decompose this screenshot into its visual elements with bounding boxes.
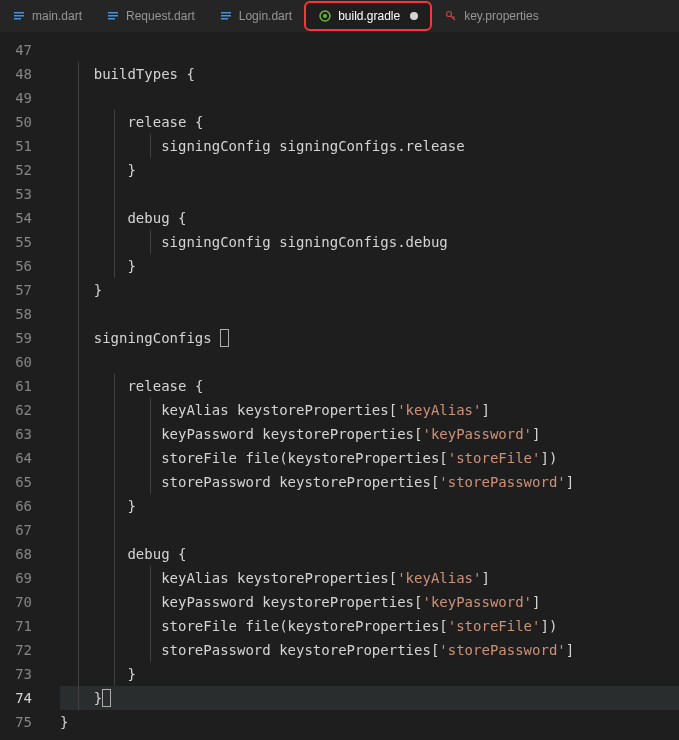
indent-guide: [78, 398, 79, 422]
indent-guide: [114, 398, 115, 422]
line-number: 73: [0, 662, 32, 686]
code-line[interactable]: }: [60, 278, 679, 302]
indent-guide: [78, 158, 79, 182]
line-number: 70: [0, 590, 32, 614]
line-number: 51: [0, 134, 32, 158]
code-line[interactable]: }: [60, 158, 679, 182]
line-number: 62: [0, 398, 32, 422]
unsaved-indicator-icon: [410, 12, 418, 20]
code-text: signingConfig signingConfigs.release: [60, 138, 465, 154]
code-text: }: [60, 498, 136, 514]
tab-main-dart[interactable]: main.dart: [0, 0, 94, 32]
code-line[interactable]: debug {: [60, 542, 679, 566]
indent-guide: [114, 494, 115, 518]
code-line[interactable]: [60, 734, 679, 740]
tab-Request-dart[interactable]: Request.dart: [94, 0, 207, 32]
code-area[interactable]: buildTypes { release { signingConfig sig…: [42, 32, 679, 740]
code-line[interactable]: storePassword keystoreProperties['storeP…: [60, 638, 679, 662]
line-number: 76: [0, 734, 32, 740]
code-line[interactable]: }: [60, 494, 679, 518]
code-line[interactable]: }: [60, 686, 679, 710]
indent-guide: [78, 182, 79, 206]
svg-point-10: [323, 14, 327, 18]
code-line[interactable]: storePassword keystoreProperties['storeP…: [60, 470, 679, 494]
code-text: [60, 354, 94, 370]
code-line[interactable]: [60, 350, 679, 374]
tab-build-gradle[interactable]: build.gradle: [304, 1, 432, 31]
code-line[interactable]: debug {: [60, 206, 679, 230]
dart-file-icon: [12, 9, 26, 23]
code-line[interactable]: }: [60, 662, 679, 686]
indent-guide: [150, 614, 151, 638]
indent-guide: [78, 470, 79, 494]
code-line[interactable]: buildTypes {: [60, 62, 679, 86]
code-text: signingConfigs: [60, 330, 229, 346]
indent-guide: [114, 158, 115, 182]
indent-guide: [78, 542, 79, 566]
line-number: 61: [0, 374, 32, 398]
indent-guide: [78, 278, 79, 302]
code-line[interactable]: release {: [60, 374, 679, 398]
indent-guide: [78, 686, 79, 710]
line-number: 59: [0, 326, 32, 350]
cursor: [102, 689, 111, 707]
indent-guide: [78, 230, 79, 254]
line-number: 58: [0, 302, 32, 326]
indent-guide: [78, 662, 79, 686]
code-line[interactable]: keyAlias keystoreProperties['keyAlias']: [60, 398, 679, 422]
line-number: 50: [0, 110, 32, 134]
indent-guide: [150, 134, 151, 158]
line-number: 55: [0, 230, 32, 254]
indent-guide: [78, 614, 79, 638]
code-line[interactable]: keyPassword keystoreProperties['keyPassw…: [60, 590, 679, 614]
indent-guide: [150, 422, 151, 446]
tab-label: Login.dart: [239, 9, 292, 23]
svg-rect-3: [108, 12, 118, 14]
indent-guide: [150, 470, 151, 494]
line-number: 74: [0, 686, 32, 710]
code-line[interactable]: signingConfigs: [60, 326, 679, 350]
indent-guide: [114, 542, 115, 566]
code-line[interactable]: }: [60, 254, 679, 278]
line-number-gutter: 4748495051525354555657585960616263646566…: [0, 32, 42, 740]
svg-rect-7: [221, 15, 231, 17]
code-line[interactable]: [60, 38, 679, 62]
indent-guide: [114, 518, 115, 542]
tab-Login-dart[interactable]: Login.dart: [207, 0, 304, 32]
code-line[interactable]: }: [60, 710, 679, 734]
code-line[interactable]: signingConfig signingConfigs.debug: [60, 230, 679, 254]
code-text: [60, 90, 94, 106]
code-line[interactable]: [60, 182, 679, 206]
code-text: signingConfig signingConfigs.debug: [60, 234, 448, 250]
indent-guide: [114, 254, 115, 278]
indent-guide: [78, 494, 79, 518]
indent-guide: [78, 518, 79, 542]
code-text: }: [60, 666, 136, 682]
code-text: buildTypes {: [60, 66, 195, 82]
code-line[interactable]: keyAlias keystoreProperties['keyAlias']: [60, 566, 679, 590]
svg-rect-2: [14, 18, 21, 20]
code-line[interactable]: [60, 86, 679, 110]
code-text: storePassword keystoreProperties['storeP…: [60, 474, 574, 490]
code-text: release {: [60, 114, 203, 130]
code-text: keyAlias keystoreProperties['keyAlias']: [60, 570, 490, 586]
tab-key-properties[interactable]: key.properties: [432, 0, 550, 32]
code-line[interactable]: storeFile file(keystoreProperties['store…: [60, 446, 679, 470]
code-line[interactable]: [60, 302, 679, 326]
indent-guide: [150, 398, 151, 422]
code-line[interactable]: keyPassword keystoreProperties['keyPassw…: [60, 422, 679, 446]
key-file-icon: [444, 9, 458, 23]
indent-guide: [78, 86, 79, 110]
indent-guide: [78, 590, 79, 614]
code-line[interactable]: signingConfig signingConfigs.release: [60, 134, 679, 158]
indent-guide: [78, 422, 79, 446]
code-line[interactable]: [60, 518, 679, 542]
indent-guide: [78, 374, 79, 398]
dart-file-icon: [106, 9, 120, 23]
indent-guide: [114, 446, 115, 470]
code-line[interactable]: storeFile file(keystoreProperties['store…: [60, 614, 679, 638]
code-line[interactable]: release {: [60, 110, 679, 134]
tab-label: main.dart: [32, 9, 82, 23]
indent-guide: [150, 566, 151, 590]
line-number: 65: [0, 470, 32, 494]
